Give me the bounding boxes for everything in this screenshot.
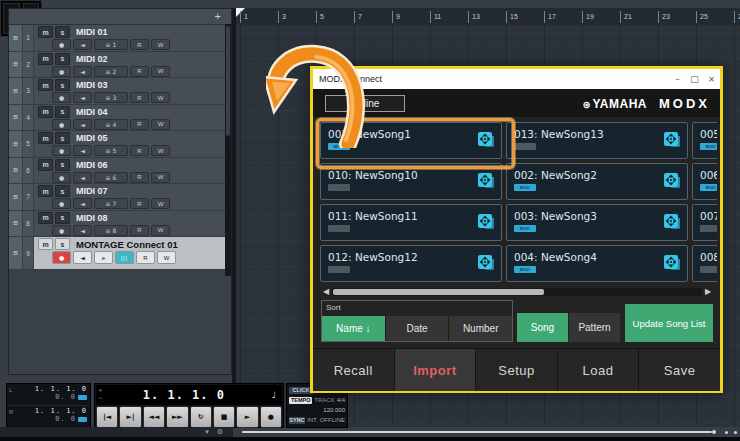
track-name[interactable]: MIDI 01 xyxy=(76,27,108,37)
ruler-tick[interactable]: 3 xyxy=(278,11,286,23)
song-cell[interactable]: 008: NewSong8 xyxy=(692,245,717,282)
write-automation-button[interactable]: W xyxy=(151,39,170,50)
song-cell[interactable]: 013: NewSong13 xyxy=(506,122,688,159)
ruler-tick[interactable]: 7 xyxy=(354,11,362,23)
read-automation-button[interactable]: R xyxy=(130,92,149,103)
read-automation-button[interactable]: R xyxy=(136,251,155,264)
zoom-in-dot[interactable] xyxy=(734,431,737,434)
song-cell[interactable]: 006: NewSong6MIDI xyxy=(692,163,717,200)
gear-icon[interactable]: ⚙ xyxy=(217,428,223,436)
track-scrollbar[interactable] xyxy=(225,24,231,276)
mute-button[interactable]: m xyxy=(38,185,53,197)
write-automation-button[interactable]: W xyxy=(151,92,170,103)
close-button[interactable]: × xyxy=(703,69,720,89)
channel-select-button[interactable]: ≡ 1 xyxy=(94,39,128,50)
sort-by-number-button[interactable]: Number xyxy=(449,316,512,341)
song-cell[interactable]: 005: NewSong5MIDI xyxy=(692,122,717,159)
monitor-button[interactable]: ◄ xyxy=(73,39,92,50)
track-row[interactable]: ≡8msMIDI 08●◄≡ 8RW xyxy=(9,211,231,238)
zoom-out-dot[interactable] xyxy=(725,431,728,434)
mute-button[interactable]: m xyxy=(38,238,53,250)
monitor-button[interactable]: ◄ xyxy=(73,172,92,183)
channel-select-button[interactable]: ≡ 7 xyxy=(94,198,128,209)
scrollbar-handle[interactable] xyxy=(712,430,716,434)
channel-select-button[interactable]: ≡ 5 xyxy=(94,145,128,156)
mute-button[interactable]: m xyxy=(38,26,53,38)
left-locator[interactable]: L 1. 1. 1. 0 0. 0 xyxy=(7,384,90,406)
minimize-button[interactable]: – xyxy=(669,69,686,89)
write-automation-button[interactable]: W xyxy=(151,172,170,183)
scroll-left-arrow[interactable]: ◀ xyxy=(320,287,332,296)
track-name[interactable]: MIDI 08 xyxy=(76,213,108,223)
pattern-mode-button[interactable]: Pattern xyxy=(569,313,620,342)
track-scrollbar-thumb[interactable] xyxy=(226,26,230,136)
track-name[interactable]: MONTAGE Connect 01 xyxy=(76,239,178,250)
solo-button[interactable]: s xyxy=(55,132,70,144)
tab-recall[interactable]: Recall xyxy=(313,349,394,391)
monitor-button[interactable]: ◄ xyxy=(73,145,92,156)
update-song-list-button[interactable]: Update Song List xyxy=(625,304,713,342)
track-name[interactable]: MIDI 04 xyxy=(76,107,108,117)
ruler-tick[interactable]: 27 xyxy=(734,11,740,23)
mute-button[interactable]: m xyxy=(38,132,53,144)
ruler-tick[interactable]: 23 xyxy=(658,11,670,23)
add-track-button[interactable]: + xyxy=(215,9,221,23)
track-row[interactable]: ≡2msMIDI 02●◄≡ 2RW xyxy=(9,52,231,79)
read-automation-button[interactable]: R xyxy=(130,39,149,50)
mute-button[interactable]: m xyxy=(38,159,53,171)
go-to-start-button[interactable]: |◄ xyxy=(96,406,118,428)
solo-button[interactable]: s xyxy=(55,106,70,118)
song-cell[interactable]: 011: NewSong11 xyxy=(320,204,502,241)
ruler-tick[interactable]: 11 xyxy=(430,11,441,23)
edit-channel-button[interactable]: e xyxy=(94,251,113,264)
offline-status-button[interactable]: Offline xyxy=(325,95,405,112)
song-mode-button[interactable]: Song xyxy=(517,313,568,342)
time-increment-button[interactable]: + xyxy=(98,386,103,394)
write-automation-button[interactable]: W xyxy=(151,225,170,236)
play-button[interactable]: ► xyxy=(236,406,258,428)
track-name[interactable]: MIDI 02 xyxy=(76,54,108,64)
tab-import[interactable]: Import xyxy=(394,349,476,391)
read-automation-button[interactable]: R xyxy=(130,66,149,77)
chevron-down-icon[interactable]: ▾ xyxy=(205,428,209,436)
mute-button[interactable]: m xyxy=(38,106,53,118)
solo-button[interactable]: s xyxy=(55,53,70,65)
track-row[interactable]: ≡4msMIDI 04●◄≡ 4RW xyxy=(9,105,231,132)
channel-select-button[interactable]: ≡ 2 xyxy=(94,66,128,77)
ruler-tick[interactable]: 1 xyxy=(240,11,248,23)
tab-setup[interactable]: Setup xyxy=(475,349,557,391)
track-row[interactable]: ≡6msMIDI 06●◄≡ 6RW xyxy=(9,158,231,185)
record-button[interactable]: ● xyxy=(260,406,282,428)
ruler-tick[interactable]: 17 xyxy=(544,11,556,23)
ruler-tick[interactable]: 5 xyxy=(316,11,324,23)
track-row[interactable]: ≡3msMIDI 03●◄≡ 3RW xyxy=(9,78,231,105)
song-cell[interactable]: 002: NewSong2MIDI xyxy=(506,163,688,200)
read-automation-button[interactable]: R xyxy=(130,119,149,130)
channel-select-button[interactable]: ≡ 3 xyxy=(94,92,128,103)
scroll-right-arrow[interactable]: ▶ xyxy=(702,287,714,296)
scrollbar-thumb[interactable] xyxy=(333,289,544,295)
record-arm-button[interactable]: ● xyxy=(52,198,71,209)
mute-button[interactable]: m xyxy=(38,79,53,91)
record-arm-button[interactable]: ● xyxy=(52,172,71,183)
read-automation-button[interactable]: R xyxy=(130,145,149,156)
tempo-toggle[interactable]: TEMPO xyxy=(289,397,312,404)
instrument-icon[interactable]: ||| xyxy=(115,251,134,264)
song-cell[interactable]: 010: NewSong10 xyxy=(320,163,502,200)
read-automation-button[interactable]: R xyxy=(130,225,149,236)
solo-button[interactable]: s xyxy=(55,238,70,250)
sort-by-date-button[interactable]: Date xyxy=(386,316,449,341)
solo-button[interactable]: s xyxy=(55,159,70,171)
track-name[interactable]: MIDI 07 xyxy=(76,186,108,196)
write-automation-button[interactable]: W xyxy=(151,145,170,156)
track-name[interactable]: MIDI 03 xyxy=(76,80,108,90)
solo-button[interactable]: s xyxy=(55,185,70,197)
write-automation-button[interactable]: W xyxy=(151,198,170,209)
ruler-tick[interactable]: 15 xyxy=(506,11,518,23)
song-cell[interactable]: 012: NewSong12 xyxy=(320,245,502,282)
record-arm-button[interactable]: ● xyxy=(52,119,71,130)
time-decrement-button[interactable]: − xyxy=(98,394,103,402)
sync-toggle[interactable]: SYNC xyxy=(289,417,305,424)
channel-select-button[interactable]: ≡ 4 xyxy=(94,119,128,130)
cycle-button[interactable]: ↻ xyxy=(190,406,212,428)
